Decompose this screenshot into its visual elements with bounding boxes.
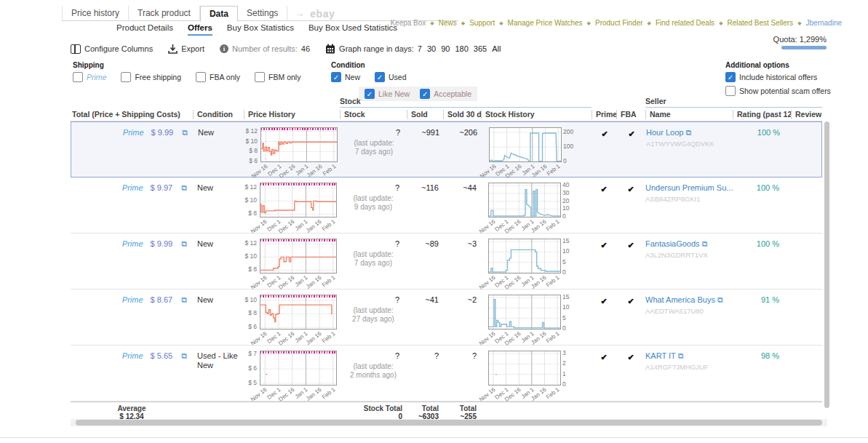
offer-row[interactable]: Prime$ 5.65⧉Used - Like New$ 7$ 6$ 5Nov …: [71, 346, 822, 402]
cell-condition: New: [193, 177, 244, 233]
price-chart-svg: [260, 351, 336, 385]
external-link-icon[interactable]: ⧉: [181, 183, 187, 192]
external-link-icon[interactable]: ⧉: [181, 295, 187, 304]
checkbox-box-used[interactable]: ✓: [375, 72, 385, 82]
tab-settings[interactable]: Settings: [238, 6, 287, 21]
checkbox-box-new[interactable]: ✓: [331, 72, 341, 82]
seller-name-link[interactable]: FantasiaGoods ⧉: [645, 239, 733, 249]
seller-external-link-icon[interactable]: ⧉: [702, 239, 708, 248]
stock-value: ?: [340, 183, 407, 192]
cell-total: Prime$ 8.67⧉: [71, 290, 193, 345]
seller-external-link-icon[interactable]: ⧉: [678, 351, 684, 360]
nav-link-jbernadine[interactable]: Jbernadine: [806, 19, 842, 27]
column-header-condition[interactable]: Condition: [193, 110, 244, 119]
seller-name-link[interactable]: Hour Loop ⧉: [646, 128, 733, 137]
ebay-logo: ebay: [310, 8, 335, 20]
horizontal-scrollbar-thumb[interactable]: [76, 420, 822, 426]
subtab-buy-box-used-statistics[interactable]: Buy Box Used Statistics: [308, 23, 397, 36]
nav-link-news[interactable]: News: [439, 19, 457, 27]
subtab-product-details[interactable]: Product Details: [116, 23, 173, 36]
offer-row[interactable]: Prime$ 9.99⧉New$ 12$ 10$ 8$ 6Nov 16Dec 1…: [71, 121, 822, 177]
stock-history-chart: 3210Nov 16Dec 1Dec 16Jan 1Jan 16Feb 1: [488, 348, 580, 396]
tab-data[interactable]: Data: [200, 6, 238, 22]
offer-price: $ 9.99: [151, 239, 173, 248]
checkbox-used[interactable]: ✓Used: [375, 72, 407, 82]
column-header-price_history[interactable]: Price History: [244, 110, 340, 119]
offer-row[interactable]: Prime$ 9.97⧉New$ 12$ 10$ 8Nov 16Dec 1Dec…: [71, 177, 822, 234]
external-link-icon[interactable]: ⧉: [182, 128, 188, 137]
checkbox-include-historical-offers[interactable]: ✓Include historical offers: [725, 72, 831, 82]
column-header-review[interactable]: Review (: [791, 110, 822, 119]
checkbox-box-fbm-only[interactable]: [255, 72, 265, 82]
y-axis-label: 3: [562, 349, 566, 356]
column-header-name[interactable]: Name: [645, 110, 733, 119]
checkbox-prime[interactable]: Prime: [73, 72, 106, 82]
column-header-stock[interactable]: Stock: [340, 110, 407, 119]
nav-link-product-finder[interactable]: Product Finder: [595, 19, 643, 27]
offer-row[interactable]: Prime$ 8.67⧉New$ 10$ 8$ 6Nov 16Dec 1Dec …: [71, 290, 822, 346]
subtab-buy-box-statistics[interactable]: Buy Box Statistics: [227, 23, 294, 36]
top-nav-links: Keepa Box◆News◆Support◆Manage Price Watc…: [390, 19, 842, 27]
seller-name-link[interactable]: KART IT ⧉: [645, 351, 733, 361]
fba-check-icon: ✔: [616, 290, 645, 345]
prime-link[interactable]: Prime: [122, 183, 143, 192]
range-30[interactable]: 30: [427, 44, 436, 53]
checkbox-box-fba-only[interactable]: [196, 72, 206, 82]
range-180[interactable]: 180: [455, 44, 468, 53]
range-all[interactable]: All: [492, 44, 501, 53]
checkbox-box-prime[interactable]: [73, 72, 83, 82]
prime-link[interactable]: Prime: [122, 295, 143, 304]
price-chart-plot: [260, 127, 338, 162]
checkbox-fbm-only[interactable]: FBM only: [255, 72, 300, 82]
cell-rating: 100 %: [733, 122, 792, 177]
prime-link[interactable]: Prime: [122, 351, 143, 360]
column-header-total[interactable]: Total (Price + Shipping Costs): [71, 110, 193, 119]
cell-sold: ~89: [407, 234, 443, 289]
offer-row[interactable]: Prime$ 9.99⧉New$ 12$ 10$ 8Nov 16Dec 1Dec…: [71, 234, 822, 290]
subtab-offers[interactable]: Offers: [188, 23, 212, 36]
seller-name-link[interactable]: Undersun Premium Su... ⧉: [645, 183, 733, 193]
tab-price-history[interactable]: Price history: [62, 6, 129, 21]
cell-stock_history: 403020100Nov 16Dec 1Dec 16Jan 1Jan 16Feb…: [481, 177, 592, 233]
seller-external-link-icon[interactable]: ⧉: [717, 295, 723, 304]
y-axis-label: 0: [562, 380, 566, 388]
column-header-sold_30[interactable]: Sold 30 days↓↑: [443, 110, 481, 119]
range-365[interactable]: 365: [474, 44, 487, 53]
nav-link-manage-price-watches[interactable]: Manage Price Watches: [508, 19, 583, 27]
seller-name-link[interactable]: What America Buys ⧉: [645, 295, 733, 305]
external-link-icon[interactable]: ⧉: [181, 239, 187, 248]
column-header-rating[interactable]: Rating (past 12 month): [733, 110, 791, 119]
sold-30-days-value: ~3: [443, 239, 481, 248]
prime-link[interactable]: Prime: [122, 239, 143, 248]
y-axis-label: $ 8: [244, 147, 258, 154]
nav-link-find-related-deals[interactable]: Find related Deals: [656, 19, 714, 27]
table-column-header: Total (Price + Shipping Costs)ConditionP…: [71, 108, 822, 121]
tab-track-product[interactable]: Track product: [129, 6, 200, 21]
range-7[interactable]: 7: [418, 44, 422, 53]
column-header-prime[interactable]: Prime: [592, 110, 616, 119]
column-header-sold[interactable]: Sold: [407, 110, 443, 119]
column-header-stock_history[interactable]: Stock History: [481, 110, 592, 119]
seller-external-link-icon[interactable]: ⧉: [685, 128, 691, 137]
checkbox-free-shipping[interactable]: Free shipping: [121, 72, 181, 82]
results-count: i Number of results: 46: [220, 44, 310, 53]
checkbox-box-free-shipping[interactable]: [121, 72, 131, 82]
external-link-icon[interactable]: ⧉: [181, 351, 187, 360]
sold-30-days-value: ~206: [444, 128, 482, 137]
prime-link[interactable]: Prime: [123, 128, 144, 137]
checkbox-box-include-historical-offers[interactable]: ✓: [725, 72, 736, 82]
checkbox-fba-only[interactable]: FBA only: [196, 72, 240, 82]
checkbox-new[interactable]: ✓New: [331, 72, 360, 82]
nav-link-support[interactable]: Support: [469, 19, 495, 27]
price-chart-svg: [261, 128, 337, 161]
checkbox-box-show-potential-scam-offers[interactable]: [725, 86, 736, 96]
configure-columns-button[interactable]: Configure Columns: [71, 44, 153, 54]
vertical-scrollbar[interactable]: [824, 121, 829, 408]
sold-30-total-label: Total: [443, 404, 477, 412]
export-button[interactable]: Export: [168, 44, 204, 54]
nav-link-related-best-sellers[interactable]: Related Best Sellers: [728, 19, 794, 27]
checkbox-show-potential-scam-offers[interactable]: Show potential scam offers: [725, 86, 831, 96]
column-header-fba[interactable]: FBA: [616, 110, 645, 119]
stock-history-chart: 2001000Nov 16Dec 1Dec 16Jan 1Jan 16Feb 1: [489, 124, 581, 172]
range-90[interactable]: 90: [441, 44, 450, 53]
